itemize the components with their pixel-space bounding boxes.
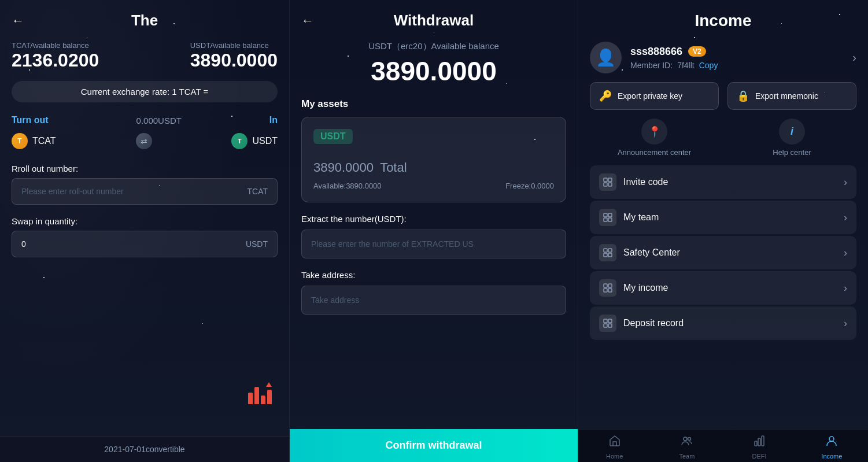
assets-section: My assets USDT 3890.0000 Total Available… xyxy=(290,98,578,202)
defi-icon xyxy=(753,434,766,450)
my-income-chevron: › xyxy=(844,282,847,294)
usdt-balance-label: USDTAvailable balance xyxy=(190,41,278,50)
svg-rect-2 xyxy=(604,183,607,186)
menu-item-invite-code[interactable]: Invite code › xyxy=(590,165,856,199)
exchange-rate-text: Current exchange rate: 1 TCAT = xyxy=(81,87,209,97)
svg-rect-19 xyxy=(608,324,612,327)
export-private-key-label: Export private key xyxy=(618,91,682,101)
chart-icon xyxy=(248,387,272,404)
assets-detail: Available:3890.0000 Freeze:0.0000 xyxy=(313,182,554,190)
freeze-detail: Freeze:0.0000 xyxy=(505,182,554,190)
export-mnemonic-label: Export mnemonic xyxy=(755,91,818,101)
panel1-footer: 2021-07-01convertible xyxy=(0,436,289,462)
profile-info: sss888666 V2 Member ID: 7f4llt Copy xyxy=(630,46,844,70)
profile-chevron-icon[interactable]: › xyxy=(852,51,856,64)
available-value: 3890.0000 xyxy=(301,56,566,87)
my-team-icon xyxy=(599,209,616,226)
withdrawal-back-button[interactable]: ← xyxy=(301,13,314,28)
nav-defi[interactable]: DEFI xyxy=(723,434,796,460)
svg-rect-16 xyxy=(604,319,607,323)
announcement-icon: 📍 xyxy=(641,119,667,145)
help-item[interactable]: i Help center xyxy=(727,119,856,157)
income-label: Income xyxy=(821,453,842,460)
bar2 xyxy=(254,387,259,404)
deposit-record-chevron: › xyxy=(844,317,847,330)
bar3 xyxy=(261,396,265,404)
swap-icon[interactable]: ⇄ xyxy=(136,133,152,149)
usdt-label: USDT xyxy=(252,136,278,146)
panel1-header: ← The xyxy=(0,0,289,35)
turn-in-label: In xyxy=(269,115,278,125)
svg-rect-11 xyxy=(608,253,612,257)
menu-item-my-team[interactable]: My team › xyxy=(590,201,856,234)
panel3-title: Income xyxy=(578,0,868,36)
menu-item-deposit-record[interactable]: Deposit record › xyxy=(590,306,856,340)
tcat-balance-label: TCATAvailable balance xyxy=(12,41,99,50)
lock-icon: 🔒 xyxy=(737,90,749,102)
my-team-label: My team xyxy=(623,212,837,223)
member-id-value: 7f4llt xyxy=(677,61,695,70)
announcement-label: Announcement center xyxy=(618,148,691,157)
invite-code-chevron: › xyxy=(844,176,847,189)
menu-list: Invite code › My team › xyxy=(578,165,868,340)
confirm-withdrawal-button[interactable]: Confirm withdrawal xyxy=(290,429,578,462)
roll-out-section: Rroll out number: TCAT xyxy=(0,158,289,210)
balance-row: TCATAvailable balance 2136.0200 USDTAvai… xyxy=(0,35,289,74)
svg-rect-3 xyxy=(608,183,612,186)
menu-item-my-income[interactable]: My income › xyxy=(590,271,856,305)
panel2-header: ← Withdrawal xyxy=(290,0,578,35)
tcat-balance-value: 2136.0200 xyxy=(12,50,99,71)
swap-out-section: Swap in quantity: 0 USDT xyxy=(0,210,289,263)
my-income-label: My income xyxy=(623,283,837,293)
swap-out-label: Swap in quantity: xyxy=(12,216,278,226)
svg-rect-14 xyxy=(604,289,607,292)
svg-rect-24 xyxy=(762,436,764,446)
menu-item-safety-center[interactable]: Safety Center › xyxy=(590,236,856,269)
swap-out-field: 0 USDT xyxy=(12,231,278,257)
team-icon xyxy=(681,434,693,450)
extract-input[interactable] xyxy=(301,230,566,258)
usdt-badge: USDT xyxy=(313,129,353,144)
nav-income[interactable]: Income xyxy=(796,434,868,460)
copy-button[interactable]: Copy xyxy=(699,61,718,70)
help-icon: i xyxy=(779,119,805,145)
roll-out-input[interactable] xyxy=(21,187,247,196)
assets-title: My assets xyxy=(301,98,566,110)
export-private-key-button[interactable]: 🔑 Export private key xyxy=(590,82,719,110)
key-section: 🔑 Export private key 🔒 Export mnemonic xyxy=(578,82,868,110)
svg-rect-23 xyxy=(758,438,760,446)
invite-code-icon xyxy=(599,173,616,191)
svg-point-21 xyxy=(688,438,690,441)
export-mnemonic-button[interactable]: 🔒 Export mnemonic xyxy=(727,82,856,110)
roll-out-suffix: TCAT xyxy=(247,187,268,196)
nav-home[interactable]: Home xyxy=(578,434,651,460)
announcement-item[interactable]: 📍 Announcement center xyxy=(590,119,719,157)
usdt-balance-value: 3890.0000 xyxy=(190,50,278,71)
invite-code-label: Invite code xyxy=(623,177,837,187)
usdt-coin: T USDT xyxy=(231,133,278,149)
nav-team[interactable]: Team xyxy=(651,434,723,460)
home-label: Home xyxy=(606,453,623,460)
svg-rect-18 xyxy=(604,324,607,327)
info-section: 📍 Announcement center i Help center xyxy=(578,119,868,157)
roll-out-field[interactable]: TCAT xyxy=(12,178,278,205)
extract-section: Extract the number(USDT): xyxy=(290,202,578,258)
assets-card: USDT 3890.0000 Total Available:3890.0000… xyxy=(301,117,566,202)
svg-rect-22 xyxy=(755,441,757,446)
back-button[interactable]: ← xyxy=(12,13,24,28)
svg-rect-17 xyxy=(608,319,612,323)
turn-out-label: Turn out xyxy=(12,115,49,125)
chart-bars xyxy=(248,387,272,404)
profile-section: 👤 sss888666 V2 Member ID: 7f4llt Copy › xyxy=(578,36,868,82)
chart-arrow-up xyxy=(266,382,272,387)
home-icon xyxy=(608,434,621,450)
withdrawal-panel: ← Withdrawal USDT（erc20）Available balanc… xyxy=(289,0,578,462)
address-input[interactable] xyxy=(301,286,566,315)
member-id-row: Member ID: 7f4llt Copy xyxy=(630,61,844,70)
svg-rect-6 xyxy=(604,218,607,221)
swap-arrows[interactable]: ⇄ xyxy=(136,133,152,149)
income-panel: Income 👤 sss888666 V2 Member ID: 7f4llt … xyxy=(578,0,868,462)
star xyxy=(202,323,203,324)
svg-rect-13 xyxy=(608,284,612,287)
svg-rect-1 xyxy=(608,178,612,182)
